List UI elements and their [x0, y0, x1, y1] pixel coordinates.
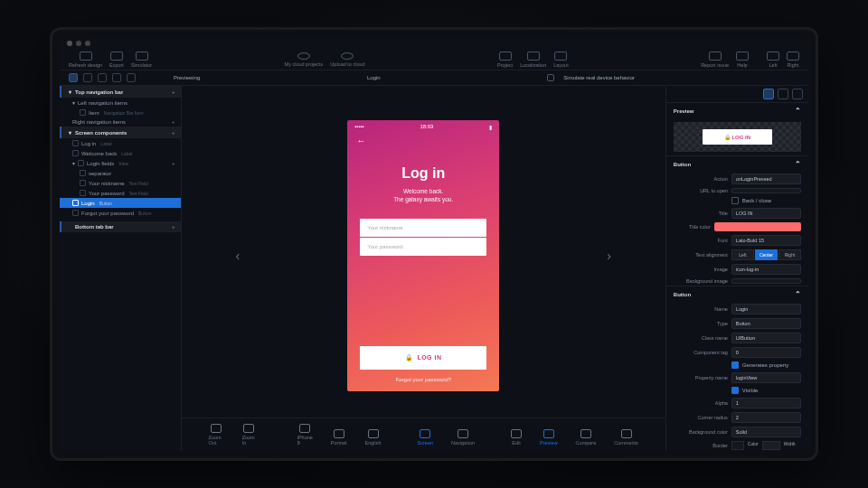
- bg-image-input[interactable]: [731, 278, 801, 284]
- name-input[interactable]: Login: [731, 304, 801, 314]
- font-select[interactable]: Lato-Bold 15: [731, 235, 801, 246]
- back-close-checkbox[interactable]: [731, 197, 739, 204]
- add-icon[interactable]: +: [172, 119, 175, 125]
- device-icon: [299, 424, 310, 433]
- image-input[interactable]: icon-log-in: [731, 264, 801, 275]
- traffic-max[interactable]: [85, 41, 90, 46]
- right-panel-toggle[interactable]: Right: [787, 52, 799, 68]
- view-mode-1[interactable]: [69, 73, 78, 82]
- localization-button[interactable]: Localization: [520, 52, 546, 68]
- type-select[interactable]: Button: [731, 318, 801, 329]
- property-name-input[interactable]: loginView: [731, 372, 801, 383]
- traffic-min[interactable]: [76, 41, 81, 46]
- cloud-projects-button[interactable]: My cloud projects: [285, 52, 324, 67]
- screen-tab[interactable]: Login: [367, 75, 381, 80]
- view-mode-5[interactable]: [127, 73, 136, 82]
- tree-separator[interactable]: separator: [60, 168, 181, 178]
- title-color-swatch[interactable]: [714, 222, 801, 231]
- generates-checkbox[interactable]: [731, 361, 739, 369]
- forgot-password-link[interactable]: Forgot your password?: [396, 377, 451, 382]
- tree-welcome-back[interactable]: Welcome backLabel: [60, 148, 181, 158]
- zoom-out-button[interactable]: Zoom Out: [209, 424, 224, 446]
- inspector-tab-3[interactable]: [792, 89, 803, 99]
- add-icon[interactable]: +: [172, 89, 175, 95]
- simulator-button[interactable]: Simulator: [131, 52, 152, 68]
- toolbar-group-left: Refresh design Export Simulator: [69, 52, 152, 68]
- tree-left-nav-items[interactable]: ▾Left navigation items: [60, 98, 181, 108]
- screen-tab-button[interactable]: Screen: [418, 429, 433, 446]
- hierarchy-panel: ▾Top navigation bar+ ▾Left navigation it…: [60, 86, 182, 451]
- project-button[interactable]: Project: [497, 52, 513, 68]
- alpha-input[interactable]: 1: [731, 398, 801, 408]
- password-field[interactable]: Your password: [360, 238, 486, 256]
- help-button[interactable]: Help: [736, 52, 749, 68]
- tree-nav-bar-item[interactable]: ItemNavigation Bar Item: [60, 108, 181, 117]
- tree-log-in-label[interactable]: Log inLabel: [60, 138, 181, 148]
- upload-cloud-button[interactable]: Upload to cloud: [330, 52, 364, 67]
- tree-password[interactable]: Your passwordText Field: [60, 188, 181, 198]
- button-header-2[interactable]: Button⌃: [666, 286, 808, 302]
- orientation-select[interactable]: Portrait: [331, 429, 347, 446]
- visible-checkbox[interactable]: [731, 387, 739, 394]
- preview-icon: [543, 429, 554, 438]
- add-icon[interactable]: +: [172, 224, 175, 230]
- tree-login-fields[interactable]: ▾Login fieldsView+: [60, 158, 181, 168]
- refresh-icon: [80, 52, 92, 61]
- action-input[interactable]: onLoginPressed: [731, 174, 801, 184]
- preview-mode-button[interactable]: Preview: [540, 429, 558, 446]
- tree-forgot-password[interactable]: Forgot your passwordButton: [60, 208, 181, 218]
- view-mode-3[interactable]: [98, 73, 107, 82]
- title-input[interactable]: LOG IN: [731, 208, 801, 219]
- edit-mode-button[interactable]: Edit: [511, 429, 522, 446]
- tree-right-nav-items[interactable]: Right navigation items+: [60, 117, 181, 127]
- left-panel-toggle[interactable]: Left: [767, 52, 779, 68]
- nickname-field[interactable]: Your nickname: [360, 219, 486, 237]
- refresh-design-button[interactable]: Refresh design: [69, 52, 102, 68]
- border-width-input[interactable]: [762, 441, 780, 450]
- zoom-in-button[interactable]: Zoom In: [242, 424, 255, 446]
- bg-color-select[interactable]: Solid: [731, 427, 801, 437]
- view-mode-2[interactable]: [83, 73, 92, 82]
- inspector-tab-2[interactable]: [778, 89, 788, 99]
- layout-button[interactable]: Layout: [553, 52, 569, 68]
- prev-screen-button[interactable]: ‹: [236, 249, 241, 263]
- traffic-close[interactable]: [67, 41, 72, 46]
- zoom-out-icon: [211, 424, 222, 433]
- tree-nickname[interactable]: Your nicknameText Field: [60, 178, 181, 188]
- component-tag-input[interactable]: 0: [731, 347, 801, 358]
- canvas[interactable]: ‹ › •••••18:03▮ ← Log in Welcome back.Th…: [182, 93, 665, 418]
- tree-bottom-tab[interactable]: Bottom tab bar+: [60, 221, 181, 232]
- main-toolbar: Refresh design Export Simulator My cloud…: [60, 50, 808, 70]
- add-icon[interactable]: +: [172, 130, 175, 136]
- simulate-checkbox[interactable]: [547, 74, 554, 81]
- toolbar-group-cloud: My cloud projects Upload to cloud: [285, 52, 365, 67]
- view-mode-4[interactable]: [112, 73, 121, 82]
- tree-login-button[interactable]: LoginButton: [60, 198, 181, 208]
- next-screen-button[interactable]: ›: [607, 249, 611, 263]
- lock-icon: 🔒: [405, 354, 414, 361]
- compare-mode-button[interactable]: Compare: [576, 429, 597, 446]
- class-input[interactable]: UIButton: [731, 333, 801, 343]
- button-header-1[interactable]: Button⌃: [666, 156, 808, 172]
- preview-section: Preview⌃ 🔒 LOG IN: [666, 102, 808, 155]
- tree-top-nav[interactable]: ▾Top navigation bar+: [60, 86, 181, 98]
- url-input[interactable]: [731, 188, 801, 193]
- corner-input[interactable]: 2: [731, 412, 801, 423]
- report-issue-button[interactable]: Report issue: [701, 52, 729, 68]
- device-select[interactable]: iPhone 8: [297, 424, 313, 446]
- tree-screen-components[interactable]: ▾Screen components+: [60, 127, 181, 138]
- alignment-segment[interactable]: LeftCenterRight: [731, 249, 801, 260]
- element-icon: [72, 150, 79, 156]
- back-button[interactable]: ←: [347, 134, 499, 147]
- comments-mode-button[interactable]: Comments: [614, 429, 638, 446]
- login-title: Log in: [401, 165, 445, 182]
- border-color-swatch[interactable]: [731, 441, 744, 450]
- language-select[interactable]: English: [365, 429, 382, 446]
- login-button[interactable]: 🔒LOG IN: [360, 346, 486, 370]
- inspector-tab-1[interactable]: [763, 89, 774, 99]
- navigation-tab-button[interactable]: Navigation: [451, 429, 475, 446]
- cloud-icon: [297, 52, 310, 60]
- add-icon[interactable]: +: [172, 161, 175, 166]
- export-button[interactable]: Export: [109, 52, 124, 68]
- preview-header[interactable]: Preview⌃: [666, 103, 808, 118]
